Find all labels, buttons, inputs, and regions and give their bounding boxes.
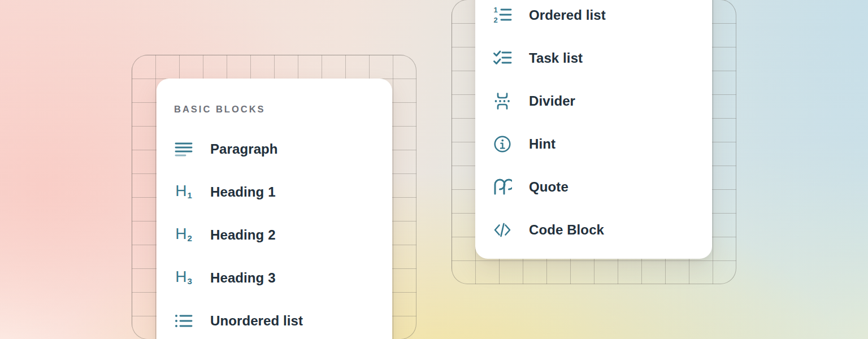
- menu-item-quote[interactable]: Quote: [493, 166, 712, 208]
- menu-item-label: Paragraph: [210, 141, 278, 157]
- menu-item-label: Task list: [529, 50, 583, 66]
- menu-item-label: Heading 3: [210, 270, 276, 286]
- menu-item-hint[interactable]: Hint: [493, 123, 712, 166]
- task-list-icon: [493, 49, 512, 68]
- unordered-list-icon: [174, 311, 193, 331]
- menu-item-label: Heading 1: [210, 184, 276, 200]
- menu-item-label: Heading 2: [210, 227, 276, 243]
- basic-blocks-menu: BASIC BLOCKS ParagraphH1Heading 1H2Headi…: [157, 79, 392, 339]
- menu-item-unordered-list[interactable]: Unordered list: [174, 299, 392, 339]
- editor-blocks-graphic: BASIC BLOCKS ParagraphH1Heading 1H2Headi…: [0, 0, 868, 339]
- quote-icon: [493, 177, 512, 197]
- code-block-icon: [493, 220, 512, 240]
- menu-item-heading-2[interactable]: H2Heading 2: [174, 214, 392, 257]
- menu-item-code-block[interactable]: Code Block: [493, 208, 712, 251]
- menu-item-task-list[interactable]: Task list: [493, 37, 712, 80]
- basic-blocks-items: ParagraphH1Heading 1H2Heading 2H3Heading…: [174, 128, 392, 339]
- menu-item-label: Quote: [529, 179, 568, 195]
- menu-item-heading-1[interactable]: H1Heading 1: [174, 171, 392, 214]
- menu-item-label: Code Block: [529, 222, 604, 238]
- paragraph-icon: [174, 140, 193, 159]
- heading-1-icon: H1: [174, 182, 193, 202]
- ordered-list-icon: 1 2: [493, 6, 512, 25]
- basic-blocks-header: BASIC BLOCKS: [174, 102, 392, 116]
- menu-item-heading-3[interactable]: H3Heading 3: [174, 257, 392, 299]
- svg-text:2: 2: [493, 16, 497, 24]
- heading-2-icon: H2: [174, 225, 193, 245]
- hint-icon: [493, 134, 512, 154]
- menu-item-label: Unordered list: [210, 313, 303, 329]
- menu-item-divider[interactable]: Divider: [493, 80, 712, 123]
- insert-blocks-menu: 1 2Ordered list Task list Divider Hint Q…: [475, 0, 712, 259]
- menu-item-paragraph[interactable]: Paragraph: [174, 128, 392, 171]
- menu-item-ordered-list[interactable]: 1 2Ordered list: [493, 0, 712, 37]
- svg-text:1: 1: [493, 6, 497, 14]
- menu-item-label: Hint: [529, 136, 555, 152]
- divider-icon: [493, 92, 512, 111]
- heading-3-icon: H3: [174, 268, 193, 288]
- insert-blocks-items: 1 2Ordered list Task list Divider Hint Q…: [493, 0, 712, 251]
- menu-item-label: Divider: [529, 93, 575, 109]
- menu-item-label: Ordered list: [529, 7, 606, 23]
